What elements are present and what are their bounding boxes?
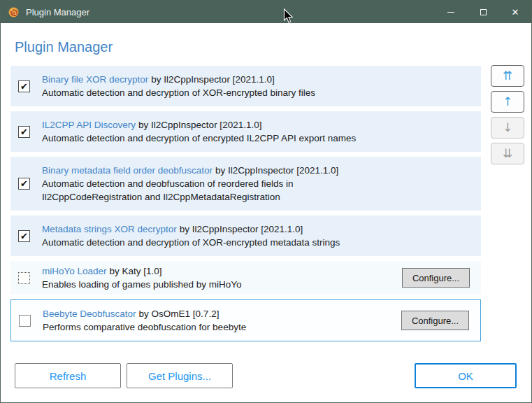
plugin-title-line: miHoYo Loaderby Katy [1.0] [42, 264, 402, 278]
plugin-text: Binary file XOR decryptorby Il2CppInspec… [42, 73, 481, 99]
plugin-checkbox[interactable]: ✔ [18, 178, 30, 190]
plugin-row[interactable]: miHoYo Loaderby Katy [1.0] Enables loadi… [10, 261, 481, 295]
plugin-description: Performs comparative deobfuscation for b… [43, 320, 401, 334]
plugin-title-line: Binary metadata field order deobfuscator… [42, 164, 481, 177]
titlebar[interactable]: Plugin Manager ✕ [1, 1, 531, 23]
move-to-top-button[interactable]: ⇈ [491, 65, 524, 87]
plugin-checkbox[interactable] [18, 272, 30, 284]
plugin-text: Beebyte Deobfuscatorby OsOmE1 [0.7.2] Pe… [43, 307, 401, 334]
plugin-title-line: Beebyte Deobfuscatorby OsOmE1 [0.7.2] [43, 307, 401, 320]
plugin-name-link[interactable]: Binary metadata field order deobfuscator [42, 165, 213, 176]
maximize-button[interactable] [467, 1, 499, 23]
move-down-button[interactable]: ↓ [491, 117, 524, 139]
plugin-row[interactable]: Beebyte Deobfuscatorby OsOmE1 [0.7.2] Pe… [10, 299, 481, 341]
plugin-author: by Il2CppInspector [2021.1.0] [138, 120, 261, 130]
plugin-title-line: Metadata strings XOR decryptorby Il2CppI… [42, 222, 481, 236]
plugin-checkbox[interactable] [19, 315, 31, 327]
down-arrow-icon: ↓ [503, 122, 512, 134]
window-controls: ✕ [435, 1, 531, 23]
plugin-name-link[interactable]: Binary file XOR decryptor [42, 74, 148, 85]
plugin-author: by Il2CppInspector [2021.1.0] [180, 224, 303, 234]
page-title: Plugin Manager [15, 39, 113, 55]
plugin-description: Automatic detection and decryption of XO… [42, 86, 481, 99]
configure-button[interactable]: Configure... [402, 268, 470, 288]
window-title: Plugin Manager [26, 7, 89, 17]
plugin-name-link[interactable]: Metadata strings XOR decryptor [42, 224, 177, 234]
plugin-text: Binary metadata field order deobfuscator… [42, 164, 481, 204]
plugin-checkbox[interactable]: ✔ [18, 230, 30, 242]
double-up-arrow-icon: ⇈ [503, 70, 512, 82]
plugin-author: by Il2CppInspector [2021.1.0] [215, 165, 338, 176]
ok-button[interactable]: OK [415, 363, 517, 388]
configure-button[interactable]: Configure... [401, 311, 469, 330]
plugin-title-line: IL2CPP API Discoveryby Il2CppInspector [… [42, 118, 481, 132]
plugin-description: Automatic detection and decryption of en… [42, 132, 481, 145]
reorder-buttons: ⇈ ↑ ↓ ⇊ [491, 65, 524, 169]
plugin-text: Metadata strings XOR decryptorby Il2CppI… [42, 222, 481, 249]
plugin-name-link[interactable]: miHoYo Loader [42, 266, 107, 276]
maximize-icon [480, 9, 487, 15]
double-down-arrow-icon: ⇊ [503, 148, 512, 160]
plugin-author: by Il2CppInspector [2021.1.0] [151, 74, 274, 85]
plugin-row[interactable]: ✔ IL2CPP API Discoveryby Il2CppInspector… [10, 111, 481, 152]
move-up-button[interactable]: ↑ [491, 91, 524, 113]
plugin-row[interactable]: ✔ Binary file XOR decryptorby Il2CppInsp… [10, 66, 481, 106]
move-to-bottom-button[interactable]: ⇊ [491, 143, 524, 164]
close-button[interactable]: ✕ [499, 1, 531, 23]
close-icon: ✕ [512, 8, 519, 17]
up-arrow-icon: ↑ [503, 96, 512, 108]
plugin-author: by OsOmE1 [0.7.2] [139, 309, 220, 319]
mouse-cursor [283, 8, 294, 24]
plugin-title-line: Binary file XOR decryptorby Il2CppInspec… [42, 73, 481, 86]
plugin-manager-window: Plugin Manager ✕ Plugin Manager ✔ Binary… [0, 0, 532, 403]
plugin-checkbox[interactable]: ✔ [18, 126, 30, 138]
minimize-icon [447, 12, 454, 13]
plugin-row[interactable]: ✔ Binary metadata field order deobfuscat… [10, 157, 481, 211]
plugin-text: IL2CPP API Discoveryby Il2CppInspector [… [42, 118, 481, 145]
plugin-list: ✔ Binary file XOR decryptorby Il2CppInsp… [10, 66, 481, 346]
minimize-button[interactable] [435, 1, 467, 23]
app-icon [8, 6, 20, 18]
plugin-text: miHoYo Loaderby Katy [1.0] Enables loadi… [42, 264, 402, 291]
refresh-button[interactable]: Refresh [15, 363, 121, 388]
plugin-name-link[interactable]: IL2CPP API Discovery [42, 120, 136, 130]
plugin-description: Enables loading of games published by mi… [42, 278, 402, 291]
plugin-name-link[interactable]: Beebyte Deobfuscator [43, 309, 136, 319]
plugin-row[interactable]: ✔ Metadata strings XOR decryptorby Il2Cp… [10, 215, 481, 256]
plugin-checkbox[interactable]: ✔ [18, 80, 30, 92]
plugin-description: Automatic detection and decryption of XO… [42, 236, 481, 249]
plugin-author: by Katy [1.0] [110, 266, 162, 276]
get-plugins-button[interactable]: Get Plugins... [127, 363, 233, 388]
plugin-description: Automatic detection and deobfuscation of… [42, 177, 481, 204]
